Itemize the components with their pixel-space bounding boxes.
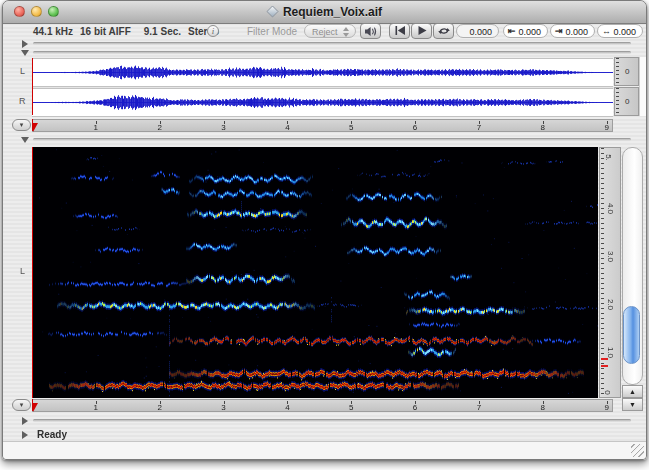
freq-tick-label: 1.0 — [606, 347, 615, 358]
spec-channel-label: L — [20, 266, 25, 276]
wave-right-channel-label: R — [19, 96, 26, 106]
spec-playhead-cursor — [32, 147, 33, 398]
ruler-number: 2 — [152, 123, 168, 132]
spec-zoom-widget[interactable]: ▾ — [12, 399, 31, 411]
selection-start-value: 0.000 — [518, 27, 541, 37]
document-proxy-icon[interactable] — [266, 5, 278, 17]
window-title: Requiem_Voix.aif — [3, 5, 646, 19]
spec-cursor-hook — [33, 403, 38, 412]
ruler-number: 8 — [535, 403, 551, 412]
tick-marks — [616, 58, 619, 85]
ruler-number: 7 — [471, 403, 487, 412]
popup-arrows-icon — [343, 27, 350, 37]
position-value: 0.000 — [469, 27, 492, 37]
vertical-scrollbar: ▲ ▼ — [622, 147, 643, 411]
waveform-right-canvas[interactable] — [32, 89, 613, 116]
go-to-start-button[interactable] — [389, 23, 410, 39]
bit-depth-format: 16 bit AIFF — [80, 26, 131, 37]
sample-rate: 44.1 kHz — [33, 26, 73, 37]
freq-tick-label: 3.0 — [606, 251, 615, 262]
ruler-number: 6 — [407, 403, 423, 412]
status-disclosure[interactable] — [22, 431, 28, 439]
position-field[interactable]: 0.000 — [456, 24, 499, 38]
wave-time-ruler[interactable]: 123456789 — [32, 119, 613, 132]
ruler-number: 3 — [216, 403, 232, 412]
spectrogram-canvas[interactable] — [32, 147, 598, 398]
ruler-number: 8 — [535, 123, 551, 132]
selection-start-icon: ⇤ — [508, 26, 516, 36]
selection-end-icon: ⇥ — [555, 26, 563, 36]
ruler-number: 9 — [599, 123, 615, 132]
freq-tick-label: 4.0 — [606, 203, 615, 214]
freq-cursor-mark — [601, 358, 608, 360]
wave-zoom-widget[interactable]: ▾ — [12, 119, 31, 131]
desktop: Requiem_Voix.aif 44.1 kHz16 bit AIFF9.1 … — [0, 0, 649, 470]
waveform-left-channel[interactable] — [32, 58, 613, 87]
spectrogram-disclosure[interactable] — [21, 137, 29, 143]
ruler-number: 5 — [343, 403, 359, 412]
selection-length-field[interactable]: ↔ 0.000 — [597, 24, 643, 38]
spectrogram-view[interactable] — [32, 147, 598, 398]
resize-grip-icon[interactable] — [631, 444, 644, 457]
info-icon[interactable]: i — [207, 25, 219, 37]
wave-playhead-cursor — [32, 58, 33, 115]
frequency-scale: 5.4.03.02.01.00 — [599, 147, 621, 398]
selection-length-value: 0.000 — [613, 27, 636, 37]
wave-left-channel-label: L — [20, 66, 25, 76]
window-bottom-edge — [3, 441, 646, 459]
volume-button[interactable] — [360, 23, 381, 39]
loop-button[interactable] — [433, 23, 454, 39]
scroll-up-button[interactable]: ▲ — [622, 385, 643, 398]
bottom-collapsed-disclosure[interactable] — [22, 417, 28, 425]
waveform-divider — [33, 51, 631, 54]
ruler-number: 4 — [279, 123, 295, 132]
file-info: 44.1 kHz16 bit AIFF9.1 Sec.Stereo — [33, 26, 226, 37]
title-bar[interactable]: Requiem_Voix.aif — [3, 1, 646, 24]
play-button[interactable] — [411, 23, 432, 39]
ruler-number: 6 — [407, 123, 423, 132]
spec-time-ruler[interactable]: 123456789 — [32, 399, 613, 412]
freq-cursor-mark — [601, 365, 608, 367]
waveform-left-canvas[interactable] — [32, 59, 613, 86]
ruler-number: 1 — [88, 403, 104, 412]
selection-length-icon: ↔ — [602, 26, 611, 36]
filter-mode-value: Reject — [312, 27, 338, 37]
window-title-text: Requiem_Voix.aif — [283, 5, 382, 19]
zero-label: 0 — [625, 67, 629, 76]
duration: 9.1 Sec. — [144, 26, 181, 37]
waveform-disclosure[interactable] — [21, 50, 29, 56]
spectrogram-divider — [33, 138, 631, 141]
skip-to-start-icon — [394, 26, 406, 35]
speaker-icon — [364, 26, 378, 37]
ruler-number: 1 — [88, 123, 104, 132]
selection-end-value: 0.000 — [565, 27, 588, 37]
bottom-divider — [33, 419, 631, 422]
ruler-number: 9 — [599, 403, 615, 412]
waveform-right-channel[interactable] — [32, 88, 613, 117]
wave-cursor-hook — [33, 123, 38, 132]
freq-tick-label: 0 — [603, 390, 612, 394]
ruler-number: 5 — [343, 123, 359, 132]
app-window: Requiem_Voix.aif 44.1 kHz16 bit AIFF9.1 … — [2, 0, 647, 460]
play-icon — [417, 26, 427, 35]
ruler-number: 4 — [279, 403, 295, 412]
freq-tick-label: 5. — [604, 154, 613, 161]
scrollbar-thumb[interactable] — [623, 306, 640, 364]
tick-marks — [616, 88, 619, 115]
filter-mode-label: Filter Mode — [247, 26, 297, 37]
selection-end-field[interactable]: ⇥ 0.000 — [550, 24, 595, 38]
amplitude-scale-left: 0 — [614, 57, 639, 86]
wave-scroll-gutter — [639, 57, 647, 116]
filter-mode-popup[interactable]: Reject — [304, 24, 356, 38]
status-text: Ready — [37, 429, 67, 440]
amplitude-scale-right: 0 — [614, 87, 639, 116]
collapsed-view-divider — [33, 42, 631, 45]
toolbar: 44.1 kHz16 bit AIFF9.1 Sec.Stereo i Filt… — [3, 23, 646, 40]
collapsed-view-disclosure[interactable] — [22, 40, 28, 48]
ruler-number: 7 — [471, 123, 487, 132]
zero-label: 0 — [625, 97, 629, 106]
loop-icon — [437, 26, 451, 36]
scroll-down-button[interactable]: ▼ — [622, 398, 643, 411]
freq-tick-label: 2.0 — [606, 299, 615, 310]
selection-start-field[interactable]: ⇤ 0.000 — [503, 24, 548, 38]
